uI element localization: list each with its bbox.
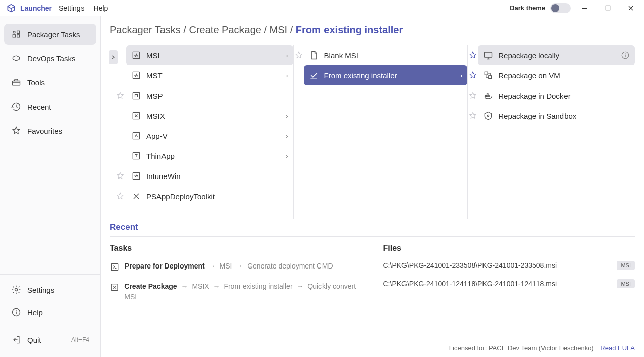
recent-file-row[interactable]: C:\PKG\PKG-241001-233508\PKG-241001-2335…	[383, 261, 635, 270]
chevron-right-icon: ›	[460, 72, 462, 79]
monitor-icon	[483, 50, 493, 60]
breadcrumb: Packager Tasks / Create Package / MSI / …	[110, 24, 635, 40]
svg-point-24	[488, 115, 489, 116]
devops-icon	[11, 53, 21, 63]
sidebar-item-label: DevOps Tasks	[27, 54, 75, 63]
titlebar: Launcher Settings Help Dark theme	[0, 0, 644, 16]
close-button[interactable]	[622, 1, 640, 15]
breadcrumb-link[interactable]: Packager Tasks	[110, 24, 181, 35]
repackage-row-sandbox[interactable]: Repackage in Sandbox	[478, 106, 635, 126]
repackage-row-docker[interactable]: Repackage in Docker	[478, 85, 635, 106]
favourite-star[interactable]	[116, 91, 125, 100]
option-row-blank-msi[interactable]: Blank MSI	[304, 45, 468, 65]
option-row-from-existing[interactable]: From existing installer ›	[304, 65, 468, 85]
svg-rect-1	[606, 6, 610, 10]
recent-task-row[interactable]: Create Package → MSIX → From existing in…	[110, 281, 362, 302]
row-label: ThinApp	[146, 152, 281, 160]
row-label: MSP	[146, 92, 288, 100]
sidebar-item-label: Recent	[27, 103, 51, 111]
minimize-button[interactable]	[576, 1, 594, 15]
file-path: C:\PKG\PKG-241001-124118\PKG-241001-1241…	[383, 280, 611, 288]
row-label: MSI	[146, 51, 281, 60]
info-icon[interactable]	[621, 51, 630, 60]
breadcrumb-link[interactable]: Create Package	[189, 24, 261, 35]
sidebar-item-tools[interactable]: Tools	[4, 72, 96, 93]
svg-rect-6	[13, 81, 20, 85]
document-icon	[309, 50, 319, 60]
sidebar-item-packager-tasks[interactable]: Packager Tasks	[4, 24, 96, 45]
footer: Licensed for: PACE Dev Team (Victor Fesc…	[110, 339, 635, 352]
repackage-row-vm[interactable]: Repackage on VM	[478, 65, 635, 85]
type-row-thinapp[interactable]: ThinApp ›	[126, 146, 293, 166]
favourite-star[interactable]	[468, 111, 477, 120]
favourite-star[interactable]	[468, 91, 477, 100]
type-row-intunewin[interactable]: IntuneWin	[126, 166, 293, 186]
sidebar-item-recent[interactable]: Recent	[4, 96, 96, 117]
svg-rect-15	[133, 172, 139, 179]
recent-tasks-title: Tasks	[110, 244, 362, 253]
type-row-msp[interactable]: MSP	[126, 85, 293, 106]
recent-tasks-column: Tasks Prepare for Deployment → MSI → Gen…	[110, 244, 372, 311]
breadcrumb-current: From existing installer	[296, 24, 403, 35]
vm-icon	[483, 70, 493, 80]
file-path: C:\PKG\PKG-241001-233508\PKG-241001-2335…	[383, 261, 611, 270]
svg-rect-21	[487, 95, 489, 97]
column-package-types: MSI › MST › MSP	[110, 45, 293, 219]
type-row-psapp[interactable]: PSAppDeployToolkit	[126, 186, 293, 206]
sandbox-icon	[483, 111, 493, 121]
info-icon	[11, 307, 21, 317]
sidebar-item-devops-tasks[interactable]: DevOps Tasks	[4, 48, 96, 69]
tools-icon	[131, 191, 141, 201]
row-label: MST	[146, 71, 281, 80]
svg-rect-9	[133, 52, 139, 58]
favourite-star[interactable]	[116, 192, 125, 201]
dark-theme-toggle[interactable]	[550, 3, 571, 13]
favourite-star[interactable]	[116, 171, 125, 181]
docker-icon	[483, 91, 493, 101]
collapse-handle[interactable]	[109, 50, 118, 64]
check-icon	[309, 70, 319, 80]
svg-point-2	[13, 31, 15, 33]
breadcrumb-link[interactable]: MSI	[270, 24, 288, 35]
recent-task-row[interactable]: Prepare for Deployment → MSI → Generate …	[110, 261, 362, 272]
svg-rect-20	[485, 95, 487, 97]
package-icon	[131, 151, 141, 161]
favourite-star[interactable]	[468, 71, 477, 80]
recent-file-row[interactable]: C:\PKG\PKG-241001-124118\PKG-241001-1241…	[383, 279, 635, 288]
maximize-button[interactable]	[599, 1, 617, 15]
menu-help[interactable]: Help	[94, 4, 108, 12]
eula-link[interactable]: Read EULA	[600, 344, 635, 352]
favourite-star[interactable]	[468, 51, 477, 60]
svg-rect-5	[17, 35, 20, 37]
svg-rect-10	[133, 72, 139, 78]
row-label: Repackage in Docker	[498, 92, 630, 100]
favourite-star[interactable]	[294, 51, 303, 60]
sidebar-item-settings[interactable]: Settings	[4, 279, 96, 300]
column-msi-options: Blank MSI From existing installer ›	[293, 45, 468, 219]
type-row-mst[interactable]: MST ›	[126, 65, 293, 85]
task-bold: Prepare for Deployment	[125, 262, 205, 270]
license-text: Licensed for: PACE Dev Team (Victor Fesc…	[449, 344, 594, 352]
recent-header: Recent	[110, 222, 635, 237]
package-icon	[131, 50, 141, 60]
gear-icon	[11, 285, 21, 295]
type-row-appv[interactable]: App-V ›	[126, 126, 293, 146]
toolbox-icon	[11, 77, 21, 87]
task-path: MSIX	[192, 282, 209, 290]
type-row-msi[interactable]: MSI ›	[126, 45, 293, 65]
sidebar-item-label: Packager Tasks	[27, 30, 80, 39]
task-path: Generate deployment CMD	[247, 262, 333, 270]
row-label: IntuneWin	[146, 172, 288, 181]
file-badge: MSI	[617, 279, 635, 288]
sidebar-item-favourites[interactable]: Favourites	[4, 120, 96, 141]
history-icon	[11, 102, 21, 112]
sidebar-item-help[interactable]: Help	[4, 302, 96, 323]
repackage-row-locally[interactable]: Repackage locally	[478, 45, 635, 65]
app-logo-icon	[6, 3, 16, 13]
dark-theme-label: Dark theme	[510, 4, 545, 12]
recent-files-title: Files	[383, 244, 635, 253]
type-row-msix[interactable]: MSIX ›	[126, 106, 293, 126]
sidebar-item-label: Tools	[27, 78, 45, 87]
menu-settings[interactable]: Settings	[59, 4, 85, 12]
sidebar-item-quit[interactable]: Quit Alt+F4	[4, 329, 96, 350]
